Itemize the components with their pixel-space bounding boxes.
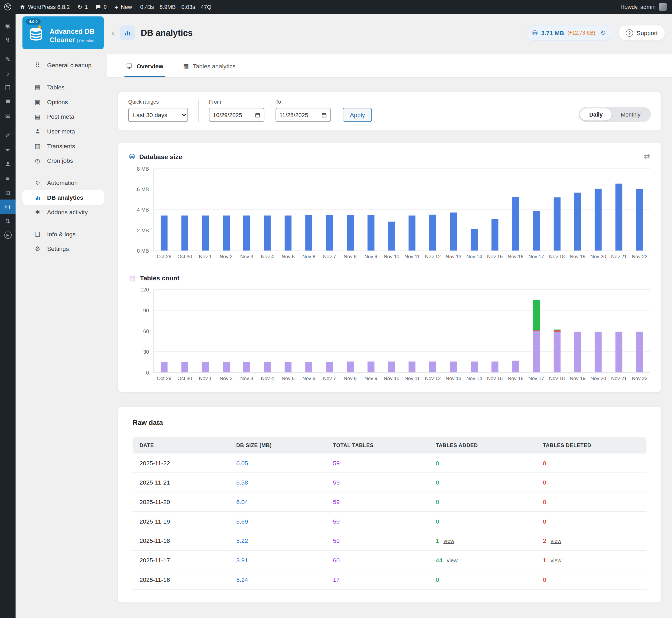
tables-added-value: 44	[436, 557, 443, 564]
quick-ranges-select[interactable]: Last 30 days	[128, 108, 188, 122]
updates-menu-item[interactable]: ↻ 1	[74, 0, 92, 14]
updates-icon[interactable]: ⇅	[0, 214, 16, 228]
posts-icon[interactable]: ✎	[0, 52, 16, 66]
chart-bar	[305, 215, 312, 250]
column-header: TOTAL TABLES	[326, 437, 429, 453]
appearance-icon[interactable]: ✒	[0, 142, 16, 157]
to-date-input[interactable]	[275, 108, 331, 122]
pages-icon[interactable]: ❐	[0, 81, 16, 95]
performance-icon[interactable]: ↯	[0, 32, 16, 47]
cell-tables-added: 0	[429, 512, 536, 531]
chart-bar	[554, 197, 560, 250]
monthly-toggle[interactable]: Monthly	[611, 108, 649, 120]
sidebar-item-automation[interactable]: ↻Automation	[22, 176, 104, 190]
cell-date: 2025-11-22	[133, 453, 229, 473]
new-content-menu-item[interactable]: + New	[111, 0, 136, 14]
help-icon: ?	[626, 29, 633, 37]
tab-tables-analytics[interactable]: ▦Tables analytics	[183, 54, 235, 77]
mail-icon[interactable]: ✉	[0, 109, 16, 123]
bar-stack	[305, 290, 312, 373]
sidebar-item-addons-activity[interactable]: ✱Addons activity	[22, 205, 104, 219]
support-button[interactable]: ? Support	[619, 25, 665, 40]
sidebar-item-post-meta[interactable]: ▤Post meta	[22, 109, 104, 124]
cell-db-size: 6.58	[229, 473, 326, 492]
sidebar-item-tables[interactable]: ▦Tables	[22, 80, 104, 95]
cell-tables-deleted: 0	[536, 570, 646, 590]
chart-bar	[409, 215, 416, 250]
chart-bar	[471, 362, 478, 373]
to-date-group: To	[275, 99, 331, 122]
sidebar-item-user-meta[interactable]: User meta	[22, 124, 104, 139]
sidebar-item-options[interactable]: ▣Options	[22, 95, 104, 109]
view-deleted-link[interactable]: view	[550, 538, 561, 544]
bar-slot	[464, 169, 484, 250]
brand-tier: Premium	[79, 39, 96, 43]
cell-db-size: 5.69	[229, 512, 326, 531]
account-menu-item[interactable]: Howdy, admin	[615, 0, 672, 14]
db-size-delta: (+12.73 KB)	[568, 30, 595, 36]
tab-overview[interactable]: Overview	[126, 54, 163, 77]
perf-stats[interactable]: 0.43s8.9MB0.03s47Q	[136, 0, 216, 14]
tables-added-value: 0	[436, 499, 439, 505]
plugin-brand-card[interactable]: 4.0.0 Advanced DB Cleaner| Premium	[22, 16, 104, 49]
column-header: DB SIZE (MB)	[229, 437, 326, 453]
chart-bar	[160, 362, 167, 372]
bar-slot	[609, 169, 629, 250]
apply-button[interactable]: Apply	[343, 108, 372, 122]
comments-icon[interactable]	[0, 95, 16, 109]
bar-stack	[595, 290, 601, 373]
x-axis-label: Nov 1	[195, 376, 216, 381]
users-icon[interactable]	[0, 157, 16, 171]
editor-icon[interactable]: ✐	[0, 128, 16, 142]
sidebar-item-transients[interactable]: ▥Transients	[22, 139, 104, 153]
site-menu-item[interactable]: WordPress 6.8.2	[16, 0, 74, 14]
sidebar-item-cron-jobs[interactable]: ◷Cron jobs	[22, 153, 104, 168]
db-cleaner-icon[interactable]: ⛁	[0, 200, 16, 214]
from-date-input[interactable]	[209, 108, 264, 122]
x-axis-label: Nov 22	[629, 254, 650, 259]
overview-icon	[126, 63, 133, 69]
chart-bar	[243, 362, 250, 372]
perf-stat: 0.03s	[182, 4, 195, 10]
chart-bar	[595, 189, 601, 250]
wordpress-logo-icon[interactable]: W	[0, 0, 16, 14]
view-added-link[interactable]: view	[443, 538, 454, 544]
svg-text:W: W	[6, 5, 10, 9]
plugins-icon[interactable]: ⊞	[0, 185, 16, 199]
sidebar-item-label: User meta	[47, 128, 75, 135]
x-axis-label: Nov 2	[216, 376, 236, 381]
sidebar-item-general-cleanup[interactable]: ⠿General cleanup	[22, 58, 104, 73]
bar-stack	[636, 290, 643, 373]
view-added-link[interactable]: view	[447, 557, 458, 564]
daily-toggle[interactable]: Daily	[580, 108, 612, 120]
view-deleted-link[interactable]: view	[550, 557, 561, 564]
chart-bar	[388, 362, 395, 373]
media-icon[interactable]: ♪	[0, 66, 16, 81]
collapse-sidebar-icon[interactable]: ‹	[110, 28, 117, 37]
y-axis-label: 8 MB	[137, 166, 149, 172]
bar-slot	[216, 290, 236, 373]
sidebar-item-db-analytics[interactable]: DB analytics	[22, 190, 104, 205]
sidebar-group: ↻AutomationDB analytics✱Addons activity	[22, 176, 104, 219]
sidebar-item-info-logs[interactable]: ❑Info & logs	[22, 227, 104, 241]
dashboard-icon[interactable]: ◉	[0, 18, 16, 32]
comments-menu-item[interactable]: 0	[92, 0, 111, 14]
to-date-value[interactable]	[279, 112, 319, 118]
new-label: New	[121, 4, 132, 10]
bar-slot	[381, 290, 402, 373]
chart-bar	[347, 215, 354, 250]
collapse-menu-icon[interactable]: ▶	[0, 228, 16, 242]
chart-bar	[450, 362, 457, 373]
tools-icon[interactable]: ≡	[0, 171, 16, 185]
bar-stack	[305, 169, 312, 250]
from-date-value[interactable]	[213, 112, 253, 118]
chart-bar	[429, 362, 436, 373]
sidebar-item-settings[interactable]: ⚙Settings	[22, 241, 104, 256]
refresh-size-icon[interactable]: ↻	[600, 29, 606, 37]
refresh-charts-icon[interactable]: ⇄	[644, 152, 650, 161]
bar-slot	[526, 290, 547, 373]
bar-slot	[195, 290, 216, 373]
x-axis-label: Nov 17	[526, 376, 547, 381]
db-size-pill[interactable]: ⛁ 3.71 MB (+12.73 KB) ↻	[526, 25, 612, 40]
bar-stack	[471, 290, 478, 373]
